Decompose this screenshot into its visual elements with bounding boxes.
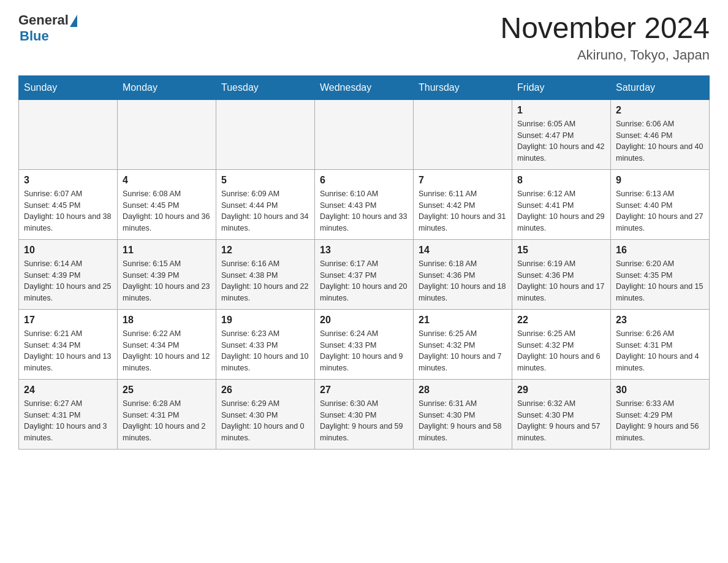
calendar-cell: 28Sunrise: 6:31 AMSunset: 4:30 PMDayligh… (414, 379, 512, 449)
calendar-cell: 8Sunrise: 6:12 AMSunset: 4:41 PMDaylight… (512, 169, 611, 239)
day-number: 19 (221, 315, 309, 326)
calendar-cell: 13Sunrise: 6:17 AMSunset: 4:37 PMDayligh… (315, 239, 414, 309)
day-info: Sunrise: 6:11 AMSunset: 4:42 PMDaylight:… (419, 188, 507, 234)
calendar-header-row: SundayMondayTuesdayWednesdayThursdayFrid… (19, 75, 710, 99)
day-number: 8 (517, 175, 605, 186)
day-info: Sunrise: 6:25 AMSunset: 4:32 PMDaylight:… (517, 328, 605, 374)
calendar-cell: 5Sunrise: 6:09 AMSunset: 4:44 PMDaylight… (216, 169, 315, 239)
day-number: 10 (24, 245, 112, 256)
day-info: Sunrise: 6:18 AMSunset: 4:36 PMDaylight:… (419, 258, 507, 304)
day-number: 9 (616, 175, 704, 186)
calendar-cell (216, 99, 315, 169)
calendar-cell: 25Sunrise: 6:28 AMSunset: 4:31 PMDayligh… (118, 379, 216, 449)
calendar-cell: 20Sunrise: 6:24 AMSunset: 4:33 PMDayligh… (315, 309, 414, 379)
day-info: Sunrise: 6:21 AMSunset: 4:34 PMDaylight:… (24, 328, 112, 374)
day-number: 23 (616, 315, 704, 326)
calendar-cell: 7Sunrise: 6:11 AMSunset: 4:42 PMDaylight… (414, 169, 512, 239)
day-info: Sunrise: 6:29 AMSunset: 4:30 PMDaylight:… (221, 398, 309, 444)
calendar-table: SundayMondayTuesdayWednesdayThursdayFrid… (18, 75, 710, 450)
day-info: Sunrise: 6:20 AMSunset: 4:35 PMDaylight:… (616, 258, 704, 304)
day-info: Sunrise: 6:32 AMSunset: 4:30 PMDaylight:… (517, 398, 605, 444)
day-number: 25 (123, 385, 211, 396)
day-number: 29 (517, 385, 605, 396)
calendar-cell: 12Sunrise: 6:16 AMSunset: 4:38 PMDayligh… (216, 239, 315, 309)
day-info: Sunrise: 6:31 AMSunset: 4:30 PMDaylight:… (419, 398, 507, 444)
column-header-thursday: Thursday (414, 75, 512, 99)
day-info: Sunrise: 6:22 AMSunset: 4:34 PMDaylight:… (123, 328, 211, 374)
calendar-cell (118, 99, 216, 169)
day-info: Sunrise: 6:10 AMSunset: 4:43 PMDaylight:… (320, 188, 408, 234)
calendar-week-1: 1Sunrise: 6:05 AMSunset: 4:47 PMDaylight… (19, 99, 710, 169)
day-number: 7 (419, 175, 507, 186)
calendar-cell: 21Sunrise: 6:25 AMSunset: 4:32 PMDayligh… (414, 309, 512, 379)
day-number: 18 (123, 315, 211, 326)
day-info: Sunrise: 6:25 AMSunset: 4:32 PMDaylight:… (419, 328, 507, 374)
day-number: 26 (221, 385, 309, 396)
column-header-wednesday: Wednesday (315, 75, 414, 99)
day-number: 24 (24, 385, 112, 396)
calendar-week-2: 3Sunrise: 6:07 AMSunset: 4:45 PMDaylight… (19, 169, 710, 239)
day-info: Sunrise: 6:08 AMSunset: 4:45 PMDaylight:… (123, 188, 211, 234)
page-header: General Blue November 2024 Akiruno, Toky… (18, 12, 710, 63)
day-info: Sunrise: 6:28 AMSunset: 4:31 PMDaylight:… (123, 398, 211, 444)
day-number: 12 (221, 245, 309, 256)
day-info: Sunrise: 6:13 AMSunset: 4:40 PMDaylight:… (616, 188, 704, 234)
calendar-cell: 22Sunrise: 6:25 AMSunset: 4:32 PMDayligh… (512, 309, 611, 379)
calendar-cell: 24Sunrise: 6:27 AMSunset: 4:31 PMDayligh… (19, 379, 118, 449)
day-info: Sunrise: 6:23 AMSunset: 4:33 PMDaylight:… (221, 328, 309, 374)
calendar-cell: 19Sunrise: 6:23 AMSunset: 4:33 PMDayligh… (216, 309, 315, 379)
day-number: 28 (419, 385, 507, 396)
day-number: 3 (24, 175, 112, 186)
day-info: Sunrise: 6:26 AMSunset: 4:31 PMDaylight:… (616, 328, 704, 374)
calendar-week-5: 24Sunrise: 6:27 AMSunset: 4:31 PMDayligh… (19, 379, 710, 449)
calendar-cell: 3Sunrise: 6:07 AMSunset: 4:45 PMDaylight… (19, 169, 118, 239)
day-number: 14 (419, 245, 507, 256)
day-info: Sunrise: 6:09 AMSunset: 4:44 PMDaylight:… (221, 188, 309, 234)
day-number: 20 (320, 315, 408, 326)
day-number: 2 (616, 105, 704, 116)
calendar-cell: 17Sunrise: 6:21 AMSunset: 4:34 PMDayligh… (19, 309, 118, 379)
day-number: 22 (517, 315, 605, 326)
day-number: 5 (221, 175, 309, 186)
logo: General Blue (18, 12, 77, 44)
day-info: Sunrise: 6:12 AMSunset: 4:41 PMDaylight:… (517, 188, 605, 234)
day-number: 15 (517, 245, 605, 256)
day-info: Sunrise: 6:19 AMSunset: 4:36 PMDaylight:… (517, 258, 605, 304)
calendar-cell: 10Sunrise: 6:14 AMSunset: 4:39 PMDayligh… (19, 239, 118, 309)
calendar-cell: 26Sunrise: 6:29 AMSunset: 4:30 PMDayligh… (216, 379, 315, 449)
day-number: 21 (419, 315, 507, 326)
calendar-cell: 2Sunrise: 6:06 AMSunset: 4:46 PMDaylight… (611, 99, 710, 169)
day-info: Sunrise: 6:05 AMSunset: 4:47 PMDaylight:… (517, 118, 605, 164)
column-header-tuesday: Tuesday (216, 75, 315, 99)
day-info: Sunrise: 6:14 AMSunset: 4:39 PMDaylight:… (24, 258, 112, 304)
month-title: November 2024 (500, 12, 710, 45)
calendar-week-3: 10Sunrise: 6:14 AMSunset: 4:39 PMDayligh… (19, 239, 710, 309)
calendar-cell: 4Sunrise: 6:08 AMSunset: 4:45 PMDaylight… (118, 169, 216, 239)
calendar-cell: 27Sunrise: 6:30 AMSunset: 4:30 PMDayligh… (315, 379, 414, 449)
calendar-cell: 18Sunrise: 6:22 AMSunset: 4:34 PMDayligh… (118, 309, 216, 379)
calendar-cell: 6Sunrise: 6:10 AMSunset: 4:43 PMDaylight… (315, 169, 414, 239)
column-header-saturday: Saturday (611, 75, 710, 99)
day-number: 1 (517, 105, 605, 116)
logo-blue-text: Blue (20, 28, 49, 44)
day-info: Sunrise: 6:06 AMSunset: 4:46 PMDaylight:… (616, 118, 704, 164)
column-header-friday: Friday (512, 75, 611, 99)
logo-triangle-icon (70, 15, 77, 27)
calendar-cell: 30Sunrise: 6:33 AMSunset: 4:29 PMDayligh… (611, 379, 710, 449)
day-number: 17 (24, 315, 112, 326)
calendar-cell: 9Sunrise: 6:13 AMSunset: 4:40 PMDaylight… (611, 169, 710, 239)
day-number: 30 (616, 385, 704, 396)
calendar-cell: 15Sunrise: 6:19 AMSunset: 4:36 PMDayligh… (512, 239, 611, 309)
calendar-cell (414, 99, 512, 169)
title-section: November 2024 Akiruno, Tokyo, Japan (500, 12, 710, 63)
day-info: Sunrise: 6:17 AMSunset: 4:37 PMDaylight:… (320, 258, 408, 304)
calendar-cell: 11Sunrise: 6:15 AMSunset: 4:39 PMDayligh… (118, 239, 216, 309)
day-number: 6 (320, 175, 408, 186)
column-header-monday: Monday (118, 75, 216, 99)
day-number: 13 (320, 245, 408, 256)
calendar-cell: 29Sunrise: 6:32 AMSunset: 4:30 PMDayligh… (512, 379, 611, 449)
calendar-cell (315, 99, 414, 169)
day-number: 16 (616, 245, 704, 256)
calendar-cell: 14Sunrise: 6:18 AMSunset: 4:36 PMDayligh… (414, 239, 512, 309)
calendar-cell: 23Sunrise: 6:26 AMSunset: 4:31 PMDayligh… (611, 309, 710, 379)
